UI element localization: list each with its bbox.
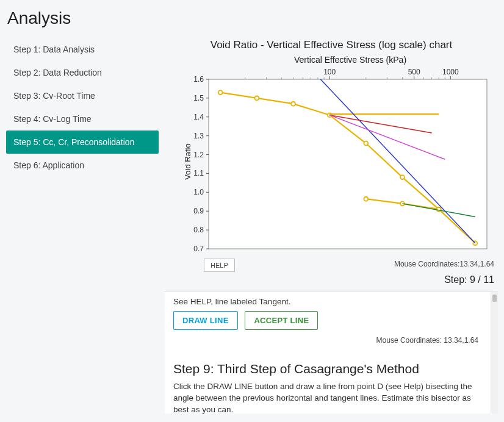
svg-text:1.6: 1.6 bbox=[193, 75, 204, 84]
tangent-hint: See HELP, line labeled Tangent. bbox=[173, 297, 489, 306]
x-axis-label: Vertical Effective Stress (kPa) bbox=[179, 55, 497, 65]
svg-text:100: 100 bbox=[323, 68, 336, 76]
sidebar-item-label: Step 5: Cc, Cr, Preconsolidation bbox=[13, 137, 134, 147]
step-counter: Step: 9 / 11 bbox=[165, 274, 498, 285]
svg-text:1000: 1000 bbox=[442, 68, 459, 76]
y-axis-label: Void Ratio bbox=[183, 143, 192, 179]
mouse-coord-value-2: 13.34,1.64 bbox=[444, 336, 478, 345]
svg-point-44 bbox=[254, 96, 259, 100]
instructions-panel: See HELP, line labeled Tangent. DRAW LIN… bbox=[165, 291, 498, 413]
chart-area[interactable]: Vertical Effective Stress (kPa) Void Rat… bbox=[179, 55, 497, 268]
svg-text:1.4: 1.4 bbox=[193, 113, 204, 121]
draw-line-button[interactable]: DRAW LINE bbox=[173, 311, 238, 330]
svg-point-47 bbox=[364, 141, 368, 146]
svg-text:1.5: 1.5 bbox=[193, 94, 204, 102]
sidebar-item-step2[interactable]: Step 2: Data Reduction bbox=[6, 61, 159, 84]
sidebar-item-step6[interactable]: Step 6: Application bbox=[6, 154, 159, 177]
svg-text:0.9: 0.9 bbox=[193, 207, 204, 215]
steps-sidebar: Step 1: Data Analysis Step 2: Data Reduc… bbox=[6, 38, 159, 413]
scrollbar-thumb[interactable] bbox=[492, 295, 497, 302]
svg-text:1.2: 1.2 bbox=[193, 151, 204, 159]
svg-point-43 bbox=[218, 90, 223, 95]
sidebar-item-label: Step 6: Application bbox=[13, 160, 84, 170]
step9-body: Click the DRAW LINE button and draw a li… bbox=[173, 381, 489, 416]
sidebar-item-label: Step 4: Cv-Log Time bbox=[13, 114, 92, 124]
sidebar-item-label: Step 1: Data Analysis bbox=[13, 45, 95, 54]
instructions-scrollbar[interactable] bbox=[491, 292, 498, 413]
step9-title: Step 9: Third Step of Casagrange's Metho… bbox=[173, 362, 489, 376]
mouse-coord-label: Mouse Coordinates: bbox=[394, 260, 459, 268]
svg-rect-0 bbox=[209, 79, 487, 249]
sidebar-item-step4[interactable]: Step 4: Cv-Log Time bbox=[6, 107, 159, 131]
step-counter-label: Step: bbox=[444, 274, 470, 285]
mouse-coord-label-2: Mouse Coordinates: bbox=[376, 336, 444, 345]
svg-text:0.7: 0.7 bbox=[193, 245, 204, 253]
svg-text:1.3: 1.3 bbox=[193, 132, 204, 140]
sidebar-item-step5[interactable]: Step 5: Cc, Cr, Preconsolidation bbox=[6, 131, 159, 154]
mouse-coord-value: 13.34,1.64 bbox=[459, 260, 494, 268]
sidebar-item-label: Step 3: Cv-Root Time bbox=[13, 91, 95, 101]
help-button[interactable]: HELP bbox=[204, 259, 235, 272]
page-title: Analysis bbox=[7, 9, 498, 28]
sidebar-item-step3[interactable]: Step 3: Cv-Root Time bbox=[6, 84, 159, 107]
chart-svg[interactable]: 0.70.80.91.01.11.21.31.41.51.61005001000 bbox=[179, 66, 491, 255]
step-counter-value: 9 / 11 bbox=[470, 274, 494, 285]
svg-point-53 bbox=[364, 197, 368, 201]
accept-line-button[interactable]: ACCEPT LINE bbox=[245, 311, 318, 330]
svg-text:1.0: 1.0 bbox=[193, 188, 204, 196]
svg-text:500: 500 bbox=[408, 68, 420, 76]
sidebar-item-label: Step 2: Data Reduction bbox=[13, 68, 102, 77]
chart-title: Void Ratio - Vertical Effective Stress (… bbox=[165, 39, 498, 51]
sidebar-item-step1[interactable]: Step 1: Data Analysis bbox=[6, 38, 159, 61]
svg-point-48 bbox=[400, 175, 405, 179]
svg-text:0.8: 0.8 bbox=[193, 226, 204, 234]
svg-text:1.1: 1.1 bbox=[193, 169, 204, 177]
svg-point-45 bbox=[291, 102, 295, 106]
